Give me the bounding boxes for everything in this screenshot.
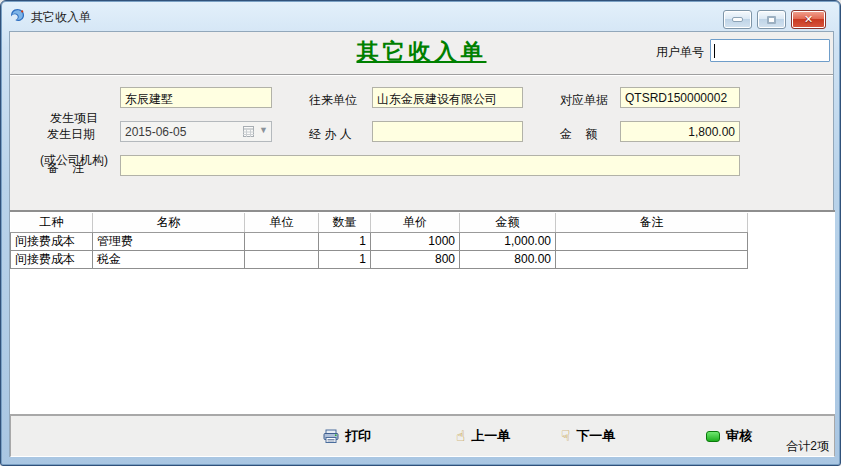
audit-button[interactable]: 审核 xyxy=(702,425,756,447)
detail-grid-area: 工种 名称 单位 数量 单价 金额 备注 间接费成本 管理费 1 1000 1,… xyxy=(10,210,835,415)
table-row[interactable]: 间接费成本 税金 1 800 800.00 xyxy=(11,250,748,268)
previous-record-button[interactable]: ☝ 上一单 xyxy=(452,425,514,447)
cell-name[interactable]: 管理费 xyxy=(93,232,245,250)
cell-qty[interactable]: 1 xyxy=(319,232,371,250)
app-window: 其它收入单 ✕ 其它收入单 用户单号 发生项目 (或公司机构) 东辰建墅 往来单… xyxy=(0,0,841,466)
col-header-name[interactable]: 名称 xyxy=(93,213,245,232)
detail-grid[interactable]: 工种 名称 单位 数量 单价 金额 备注 间接费成本 管理费 1 1000 1,… xyxy=(10,213,748,269)
calendar-icon xyxy=(243,126,254,137)
print-button-label: 打印 xyxy=(345,427,371,445)
col-header-price[interactable]: 单价 xyxy=(371,213,460,232)
remark-input[interactable] xyxy=(120,155,740,176)
header-divider xyxy=(10,74,833,76)
previous-button-label: 上一单 xyxy=(471,427,510,445)
handler-label: 经 办 人 xyxy=(309,126,352,143)
user-no-label: 用户单号 xyxy=(656,44,704,61)
cell-amount[interactable]: 800.00 xyxy=(460,250,556,268)
text-caret xyxy=(714,44,715,58)
handler-input[interactable] xyxy=(372,121,523,142)
printer-icon xyxy=(323,429,339,444)
col-header-worktype[interactable]: 工种 xyxy=(11,213,93,232)
print-button[interactable]: 打印 xyxy=(319,425,375,447)
cell-remark[interactable] xyxy=(556,232,748,250)
form-panel: 其它收入单 用户单号 发生项目 (或公司机构) 东辰建墅 往来单位 山东金辰建设… xyxy=(9,31,834,457)
table-row[interactable]: 间接费成本 管理费 1 1000 1,000.00 xyxy=(11,232,748,250)
cell-price[interactable]: 1000 xyxy=(371,232,460,250)
window-title: 其它收入单 xyxy=(31,9,91,26)
minimize-button[interactable] xyxy=(723,10,752,29)
hand-down-icon: ☟ xyxy=(561,429,570,443)
amount-label: 金 额 xyxy=(560,126,597,143)
remark-label: 备 注 xyxy=(47,160,84,177)
grid-header-row: 工种 名称 单位 数量 单价 金额 备注 xyxy=(11,213,748,232)
date-picker[interactable]: 2015-06-05 ▼ xyxy=(120,121,272,142)
counterparty-label: 往来单位 xyxy=(309,92,357,109)
cell-name[interactable]: 税金 xyxy=(93,250,245,268)
next-button-label: 下一单 xyxy=(576,427,615,445)
app-logo-icon xyxy=(9,8,26,25)
doc-no-label: 对应单据 xyxy=(560,92,608,109)
maximize-button[interactable] xyxy=(757,10,786,29)
cell-qty[interactable]: 1 xyxy=(319,250,371,268)
cell-amount[interactable]: 1,000.00 xyxy=(460,232,556,250)
close-button[interactable]: ✕ xyxy=(791,10,826,29)
cell-worktype[interactable]: 间接费成本 xyxy=(11,250,93,268)
chevron-down-icon[interactable]: ▼ xyxy=(259,125,268,135)
counterparty-input[interactable]: 山东金辰建设有限公司 xyxy=(372,87,523,108)
audit-status-icon xyxy=(706,431,720,442)
close-icon: ✕ xyxy=(804,13,813,26)
titlebar[interactable]: 其它收入单 ✕ xyxy=(1,1,840,31)
amount-input[interactable]: 1,800.00 xyxy=(620,121,740,142)
cell-unit[interactable] xyxy=(245,232,319,250)
maximize-icon xyxy=(767,16,776,24)
cell-remark[interactable] xyxy=(556,250,748,268)
doc-no-input[interactable]: QTSRD150000002 xyxy=(620,87,740,108)
project-input[interactable]: 东辰建墅 xyxy=(120,87,272,108)
total-count-label: 合计2项 xyxy=(786,438,829,455)
col-header-amount[interactable]: 金额 xyxy=(460,213,556,232)
window-controls: ✕ xyxy=(723,10,826,29)
footer-bar: 打印 ☝ 上一单 ☟ 下一单 审核 合计2项 xyxy=(10,415,835,457)
cell-price[interactable]: 800 xyxy=(371,250,460,268)
hand-up-icon: ☝ xyxy=(456,429,465,443)
minimize-icon xyxy=(732,17,743,22)
date-label: 发生日期 xyxy=(47,126,95,143)
cell-unit[interactable] xyxy=(245,250,319,268)
col-header-qty[interactable]: 数量 xyxy=(319,213,371,232)
col-header-unit[interactable]: 单位 xyxy=(245,213,319,232)
col-header-remark[interactable]: 备注 xyxy=(556,213,748,232)
user-no-input[interactable] xyxy=(710,39,830,62)
next-record-button[interactable]: ☟ 下一单 xyxy=(557,425,619,447)
cell-worktype[interactable]: 间接费成本 xyxy=(11,232,93,250)
audit-button-label: 审核 xyxy=(726,427,752,445)
